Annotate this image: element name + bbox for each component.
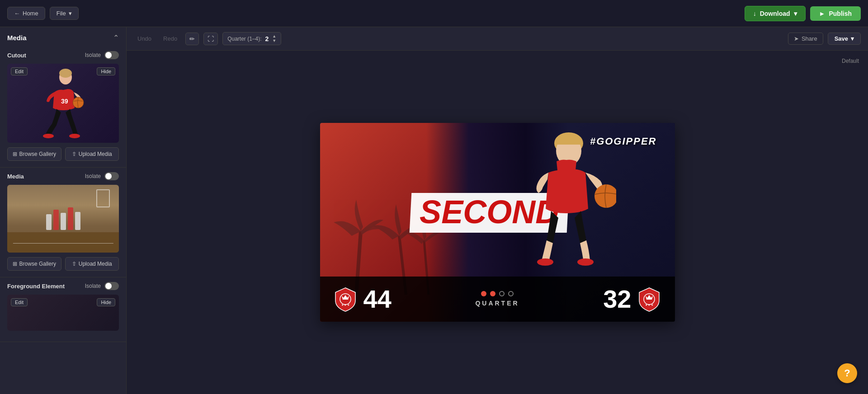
- media-browse-button[interactable]: ⊞ Browse Gallery: [7, 257, 61, 271]
- quarter-arrows: ▲ ▼: [272, 34, 276, 43]
- redo-button[interactable]: Redo: [160, 33, 181, 44]
- download-icon: ↓: [753, 10, 756, 17]
- cutout-title: Cutout: [7, 52, 26, 59]
- middle-info: QUARTER: [475, 291, 519, 307]
- topbar-left: ← Home File ▾: [7, 7, 79, 20]
- file-button[interactable]: File ▾: [50, 7, 79, 20]
- media-isolate-label: Isolate: [85, 173, 101, 179]
- left-shield-icon: ★ ★ ★: [334, 286, 357, 312]
- quarter-down-button[interactable]: ▼: [272, 39, 276, 43]
- court-image: [7, 185, 119, 253]
- score-bar: ★ ★ ★ 44 QUARTER: [320, 277, 675, 322]
- toolbar-right: ➤ Share Save ▾: [788, 33, 861, 45]
- dot-3: [499, 291, 505, 296]
- cutout-isolate-row: Isolate: [85, 51, 119, 59]
- foreground-edit-button[interactable]: Edit: [11, 298, 28, 306]
- toolbar-left: Undo Redo ✏ ⛶ Quarter (1–4): 2 ▲ ▼: [134, 32, 281, 45]
- sidebar-title: Media: [7, 34, 27, 42]
- cutout-section: Cutout Isolate Edit Hide 3: [0, 47, 126, 168]
- quarter-up-button[interactable]: ▲: [272, 34, 276, 38]
- quarter-value: 2: [265, 35, 269, 42]
- right-shield-icon: ★ ★ ★: [637, 286, 661, 312]
- home-label: Home: [23, 10, 38, 17]
- cutout-upload-button[interactable]: ⇧ Upload Media: [65, 147, 119, 161]
- cutout-isolate-toggle[interactable]: [104, 51, 119, 59]
- download-button[interactable]: ↓ Download ▾: [745, 6, 806, 21]
- foreground-isolate-row: Isolate: [85, 282, 119, 290]
- canvas-wrapper[interactable]: #GOGIPPER SECOND: [320, 123, 675, 322]
- foreground-isolate-label: Isolate: [85, 283, 101, 289]
- pencil-tool-button[interactable]: ✏: [185, 33, 199, 45]
- foreground-hide-button[interactable]: Hide: [97, 298, 115, 306]
- athlete-graphic: [517, 127, 616, 277]
- quarter-label: Quarter (1–4):: [227, 36, 261, 42]
- media-gallery-row: ⊞ Browse Gallery ⇧ Upload Media: [7, 257, 119, 271]
- quarter-text: QUARTER: [475, 300, 519, 307]
- media-header: Media Isolate: [7, 172, 119, 180]
- media-isolate-toggle[interactable]: [104, 172, 119, 180]
- upload-icon: ⇧: [72, 151, 76, 157]
- upload-icon-media: ⇧: [72, 261, 76, 267]
- save-label: Save: [835, 35, 848, 42]
- athlete-overlay: [508, 123, 625, 277]
- right-score: 32: [603, 286, 631, 312]
- toolbar: Undo Redo ✏ ⛶ Quarter (1–4): 2 ▲ ▼: [127, 27, 868, 51]
- svg-point-13: [537, 258, 553, 266]
- cutout-upload-label: Upload Media: [79, 151, 112, 157]
- left-score: 44: [363, 286, 392, 312]
- main: Media ⌃ Cutout Isolate Edit Hide: [0, 27, 868, 394]
- topbar-right: ↓ Download ▾ ► Publish: [745, 6, 861, 21]
- sidebar-header: Media ⌃: [0, 27, 126, 47]
- crop-icon: ⛶: [208, 35, 214, 42]
- share-button[interactable]: ➤ Share: [788, 33, 823, 45]
- canvas-area: Default: [127, 51, 868, 394]
- cutout-browse-label: Browse Gallery: [19, 151, 56, 157]
- media-browse-label: Browse Gallery: [19, 261, 56, 267]
- media-preview: Edit Show: [7, 185, 119, 253]
- cutout-browse-button[interactable]: ⊞ Browse Gallery: [7, 147, 61, 161]
- foreground-title: Foreground Element: [7, 283, 65, 290]
- svg-point-14: [577, 258, 594, 266]
- foreground-isolate-toggle[interactable]: [104, 282, 119, 290]
- graphic: #GOGIPPER SECOND: [320, 123, 675, 322]
- cutout-hide-button[interactable]: Hide: [97, 67, 115, 75]
- foreground-section: Foreground Element Isolate Edit Hide: [0, 277, 126, 342]
- cutout-edit-button[interactable]: Edit: [11, 67, 28, 75]
- foreground-header: Foreground Element Isolate: [7, 282, 119, 290]
- publish-button[interactable]: ► Publish: [810, 6, 861, 21]
- chevron-down-icon: ▾: [69, 10, 72, 17]
- sidebar-collapse-button[interactable]: ⌃: [113, 33, 119, 42]
- svg-text:★ ★ ★: ★ ★ ★: [341, 304, 349, 306]
- foreground-preview: Edit Hide: [7, 295, 119, 331]
- download-label: Download: [760, 10, 790, 17]
- pencil-icon: ✏: [189, 35, 195, 42]
- topbar: ← Home File ▾ ↓ Download ▾ ► Publish: [0, 0, 868, 27]
- dot-4: [508, 291, 514, 296]
- svg-point-3: [73, 97, 84, 108]
- file-label: File: [57, 10, 66, 17]
- athlete-icon: 39: [38, 67, 88, 140]
- save-button[interactable]: Save ▾: [828, 33, 861, 45]
- svg-point-1: [59, 69, 72, 78]
- media-isolate-row: Isolate: [85, 172, 119, 180]
- cutout-header: Cutout Isolate: [7, 51, 119, 59]
- quarter-control: Quarter (1–4): 2 ▲ ▼: [222, 32, 281, 45]
- save-chevron-icon: ▾: [851, 35, 854, 42]
- default-label: Default: [842, 58, 859, 64]
- download-chevron-icon: ▾: [794, 10, 797, 17]
- media-upload-label: Upload Media: [79, 261, 112, 267]
- help-button[interactable]: ?: [837, 363, 857, 383]
- media-upload-button[interactable]: ⇧ Upload Media: [65, 257, 119, 271]
- home-button[interactable]: ← Home: [7, 7, 45, 20]
- cutout-isolate-label: Isolate: [85, 52, 101, 58]
- sidebar: Media ⌃ Cutout Isolate Edit Hide: [0, 27, 127, 394]
- svg-text:39: 39: [61, 98, 68, 105]
- undo-button[interactable]: Undo: [134, 33, 155, 44]
- share-icon: ➤: [794, 35, 799, 42]
- publish-label: Publish: [829, 10, 852, 17]
- left-team-score: ★ ★ ★ 44: [334, 286, 392, 312]
- cutout-gallery-row: ⊞ Browse Gallery ⇧ Upload Media: [7, 147, 119, 161]
- media-section: Media Isolate Edit Show: [0, 168, 126, 277]
- svg-point-4: [43, 134, 54, 138]
- crop-tool-button[interactable]: ⛶: [203, 33, 218, 45]
